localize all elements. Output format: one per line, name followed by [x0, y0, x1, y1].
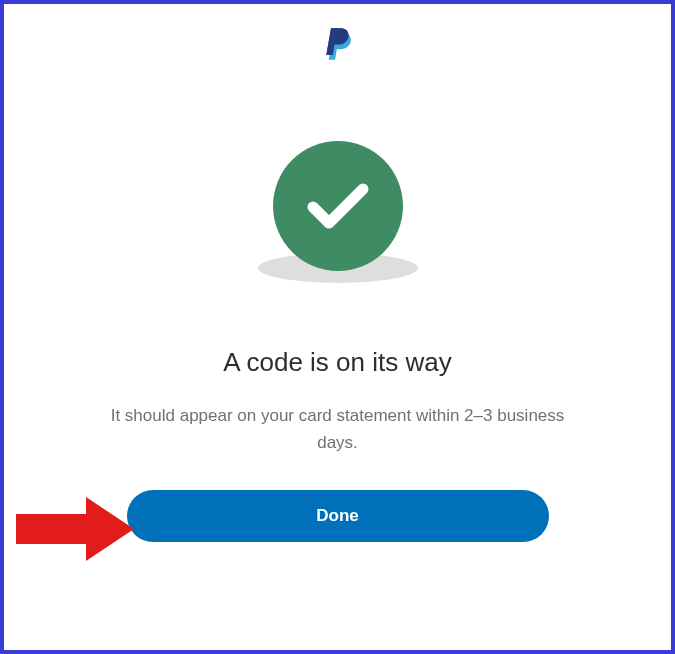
paypal-logo-icon — [324, 28, 352, 61]
paypal-logo — [324, 28, 352, 61]
success-indicator — [258, 141, 418, 283]
red-arrow-icon — [16, 494, 136, 564]
page-heading: A code is on its way — [223, 347, 451, 378]
page-subtext: It should appear on your card statement … — [108, 402, 568, 456]
annotation-arrow — [16, 494, 136, 568]
checkmark-icon — [303, 179, 373, 234]
done-button[interactable]: Done — [127, 490, 549, 542]
success-circle — [273, 141, 403, 271]
